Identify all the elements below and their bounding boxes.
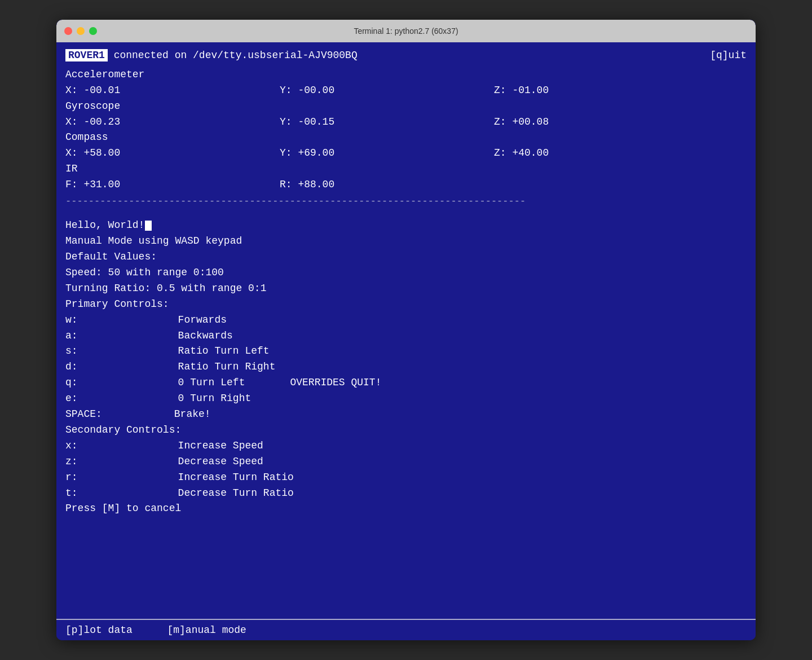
window-controls: [64, 27, 97, 35]
ir-label: IR: [65, 161, 747, 177]
ir-row: F: +31.00 R: +88.00: [65, 177, 747, 193]
terminal-window: Terminal 1: python2.7 (60x37) ROVER1 con…: [56, 20, 756, 640]
compass-label: Compass: [65, 130, 747, 146]
cursor: [145, 221, 152, 231]
turning-line: Turning Ratio: 0.5 with range 0:1: [65, 281, 747, 297]
control-z: z:Decrease Speed: [65, 454, 747, 470]
hello-text: Hello, World!: [65, 219, 144, 231]
bottom-bar: [p]lot data [m]anual mode: [56, 619, 756, 640]
accel-z: Z: -01.00: [494, 83, 549, 99]
gyro-row: X: -00.23 Y: -00.15 Z: +00.08: [65, 115, 747, 130]
mode-line: Manual Mode using WASD keypad: [65, 234, 747, 249]
control-s: s:Ratio Turn Left: [65, 344, 747, 359]
connection-info: connected on /dev/tty.usbserial-AJV900BQ: [114, 50, 358, 61]
control-t: t:Decrease Turn Ratio: [65, 486, 747, 501]
accelerometer-label: Accelerometer: [65, 67, 747, 83]
speed-line: Speed: 50 with range 0:100: [65, 265, 747, 281]
primary-label: Primary Controls:: [65, 297, 747, 313]
maximize-button[interactable]: [89, 27, 97, 35]
plot-data-label[interactable]: [p]lot data: [65, 624, 133, 636]
content-area: Hello, World! Manual Mode using WASD key…: [65, 218, 747, 613]
ir-r: R: +88.00: [280, 177, 334, 193]
compass-row: X: +58.00 Y: +69.00 Z: +40.00: [65, 146, 747, 161]
accel-row: X: -00.01 Y: -00.00 Z: -01.00: [65, 83, 747, 99]
quit-label[interactable]: [q]uit: [710, 48, 747, 64]
sensor-section: Accelerometer X: -00.01 Y: -00.00 Z: -01…: [65, 67, 747, 193]
accel-x: X: -00.01: [65, 83, 280, 99]
gyro-x: X: -00.23: [65, 115, 280, 130]
title-bar: Terminal 1: python2.7 (60x37): [56, 20, 756, 42]
rover-badge: ROVER1: [65, 49, 108, 61]
gyro-y: Y: -00.15: [280, 115, 494, 130]
separator-dashes: ----------------------------------------…: [65, 194, 747, 209]
control-a: a:Backwards: [65, 328, 747, 344]
cancel-line: Press [M] to cancel: [65, 501, 747, 517]
control-e: e:0 Turn Right: [65, 391, 747, 407]
defaults-label: Default Values:: [65, 249, 747, 265]
control-x: x:Increase Speed: [65, 438, 747, 454]
gyroscope-label: Gyroscope: [65, 99, 747, 115]
header-bar: ROVER1 connected on /dev/tty.usbserial-A…: [65, 48, 747, 64]
hello-line: Hello, World!: [65, 218, 747, 234]
control-d: d:Ratio Turn Right: [65, 359, 747, 375]
close-button[interactable]: [64, 27, 72, 35]
control-r: r:Increase Turn Ratio: [65, 470, 747, 486]
minimize-button[interactable]: [77, 27, 85, 35]
control-space: SPACE:Brake!: [65, 407, 747, 423]
compass-z: Z: +40.00: [494, 146, 549, 161]
compass-x: X: +58.00: [65, 146, 280, 161]
window-title: Terminal 1: python2.7 (60x37): [354, 27, 458, 36]
ir-f: F: +31.00: [65, 177, 280, 193]
manual-mode-label[interactable]: [m]anual mode: [167, 624, 246, 636]
accel-y: Y: -00.00: [280, 83, 494, 99]
gyro-z: Z: +00.08: [494, 115, 549, 130]
control-w: w:Forwards: [65, 313, 747, 328]
secondary-label: Secondary Controls:: [65, 423, 747, 438]
header-left: ROVER1 connected on /dev/tty.usbserial-A…: [65, 48, 358, 64]
control-q: q:0 Turn LeftOVERRIDES QUIT!: [65, 375, 747, 391]
compass-y: Y: +69.00: [280, 146, 494, 161]
terminal-body: ROVER1 connected on /dev/tty.usbserial-A…: [56, 42, 756, 619]
